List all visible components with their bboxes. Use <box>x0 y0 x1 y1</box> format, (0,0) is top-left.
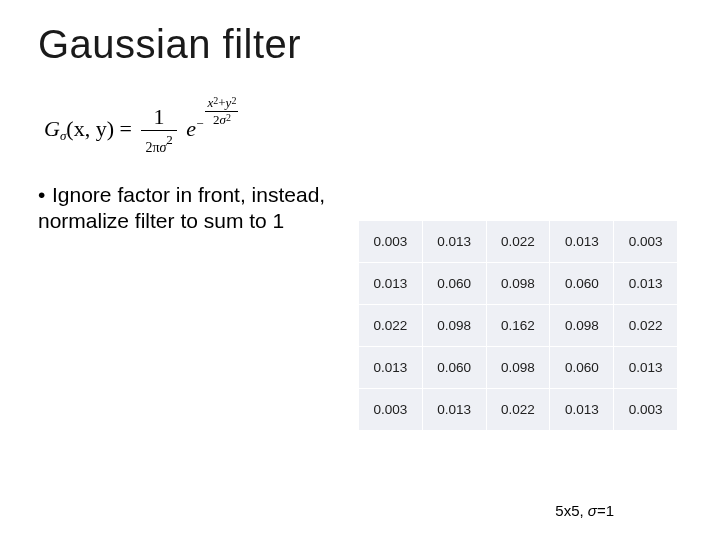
page-title: Gaussian filter <box>38 22 682 67</box>
den-2pi: 2π <box>145 140 159 155</box>
caption-sigma: σ <box>588 502 597 519</box>
kernel-cell: 0.060 <box>550 263 614 305</box>
kernel-cell: 0.098 <box>486 347 550 389</box>
kernel-cell: 0.022 <box>359 305 423 347</box>
formula-G: G <box>44 116 60 141</box>
kernel-cell: 0.098 <box>486 263 550 305</box>
kernel-cell: 0.013 <box>614 263 678 305</box>
table-row: 0.003 0.013 0.022 0.013 0.003 <box>359 221 678 263</box>
kernel-table-wrap: 0.003 0.013 0.022 0.013 0.003 0.013 0.06… <box>358 220 678 431</box>
kernel-cell: 0.003 <box>359 221 423 263</box>
kernel-cell: 0.162 <box>486 305 550 347</box>
kernel-cell: 0.060 <box>550 347 614 389</box>
exp-minus: − <box>196 116 203 131</box>
kernel-cell: 0.022 <box>486 389 550 431</box>
kernel-cell: 0.060 <box>422 347 486 389</box>
frac-denominator: 2πσ2 <box>141 131 176 158</box>
bullet-dot: • <box>38 182 52 208</box>
kernel-cell: 0.060 <box>422 263 486 305</box>
kernel-cell: 0.003 <box>614 389 678 431</box>
kernel-cell: 0.022 <box>614 305 678 347</box>
gaussian-formula: Gσ(x, y) = 1 2πσ2 e− x2+y2 2σ2 <box>44 95 682 158</box>
kernel-cell: 0.013 <box>550 389 614 431</box>
kernel-cell: 0.003 <box>359 389 423 431</box>
kernel-cell: 0.013 <box>422 221 486 263</box>
kernel-cell: 0.013 <box>614 347 678 389</box>
kernel-cell: 0.003 <box>614 221 678 263</box>
table-row: 0.003 0.013 0.022 0.013 0.003 <box>359 389 678 431</box>
exp-plus: + <box>218 95 225 110</box>
kernel-cell: 0.098 <box>422 305 486 347</box>
bullet-item: •Ignore factor in front, instead, normal… <box>38 182 338 235</box>
kernel-cell: 0.013 <box>422 389 486 431</box>
den-sq: 2 <box>166 132 173 147</box>
slide: Gaussian filter Gσ(x, y) = 1 2πσ2 e− x2+… <box>0 0 720 540</box>
formula-fraction: 1 2πσ2 <box>141 104 176 158</box>
formula-args: (x, y) = <box>66 116 137 141</box>
exp-numerator: x2+y2 <box>205 95 238 112</box>
exp-den-sq: 2 <box>226 112 231 123</box>
kernel-table: 0.003 0.013 0.022 0.013 0.003 0.013 0.06… <box>358 220 678 431</box>
table-row: 0.013 0.060 0.098 0.060 0.013 <box>359 263 678 305</box>
kernel-cell: 0.013 <box>359 263 423 305</box>
frac-numerator: 1 <box>141 104 176 131</box>
kernel-cell: 0.022 <box>486 221 550 263</box>
bullet-text: Ignore factor in front, instead, normali… <box>38 183 325 232</box>
table-row: 0.022 0.098 0.162 0.098 0.022 <box>359 305 678 347</box>
caption-size: 5x5, <box>555 502 588 519</box>
caption-eq: =1 <box>597 502 614 519</box>
kernel-cell: 0.013 <box>359 347 423 389</box>
exponent-fraction: x2+y2 2σ2 <box>205 95 238 128</box>
kernel-caption: 5x5, σ=1 <box>555 502 614 519</box>
exp-y-sq: 2 <box>231 95 236 106</box>
table-row: 0.013 0.060 0.098 0.060 0.013 <box>359 347 678 389</box>
formula-e: e <box>186 116 196 141</box>
exp-denominator: 2σ2 <box>205 112 238 128</box>
kernel-cell: 0.013 <box>550 221 614 263</box>
kernel-cell: 0.098 <box>550 305 614 347</box>
